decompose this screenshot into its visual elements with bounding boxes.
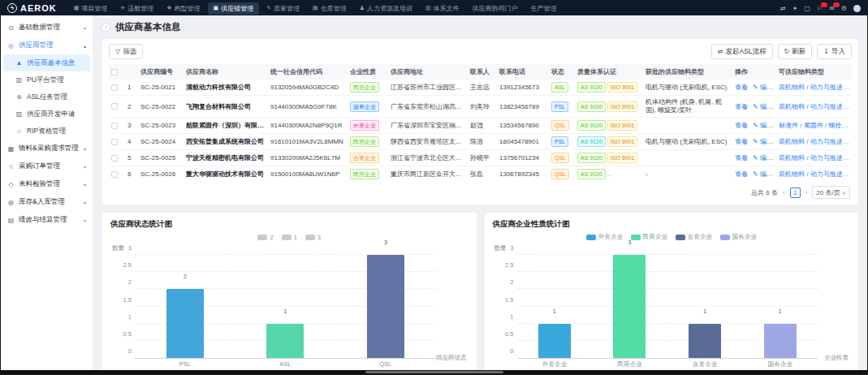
flow-icon: ⇄ (718, 48, 723, 55)
edit-link[interactable]: ✎ 编辑 (753, 122, 773, 129)
legend-item-合资企业[interactable]: 合资企业 (676, 233, 712, 241)
legend-item-3[interactable]: 3 (305, 234, 321, 241)
导入-button[interactable]: ↧导入 (817, 44, 852, 59)
action-button-label: 刷新 (792, 47, 805, 57)
bar-民营企业[interactable] (613, 255, 646, 358)
y-tick-label: 1 (112, 312, 132, 320)
cell-supply-materials[interactable]: 装机物料 / 动力与推进系统 / 螺旋桨/桨叶... (776, 96, 852, 118)
sidebar-item-库存&入库管理[interactable]: ◍库存&入库管理▾ (1, 193, 93, 211)
view-link[interactable]: 查看 (735, 103, 748, 110)
user-avatar[interactable] (853, 5, 861, 12)
cell-supply-materials[interactable]: 装机物料 / 动力与推进系统 / 电机与驱动 (无... (776, 166, 852, 183)
chart-icon: ▥ (15, 76, 23, 84)
row-checkbox[interactable] (111, 123, 118, 129)
nav-item-供应链管理[interactable]: ▣供应链管理 (208, 2, 260, 15)
nav-item-项目管理[interactable]: ▦项目管理 (68, 2, 114, 15)
row-checkbox[interactable] (111, 139, 118, 145)
sidebar-subitem-ASL任务管理[interactable]: ⊕ASL任务管理 (1, 88, 93, 106)
chart-card-0: 供应商状态统计图21300.511.522.53数量2PSL1ASL3QSL供应… (101, 212, 477, 372)
pen-icon: ✎ (266, 5, 271, 11)
cell-supply-materials[interactable]: 装机物料 / 动力与推进系统 / 电机与驱动 (无... (776, 150, 852, 166)
edit-link[interactable]: ✎ 编辑 (753, 170, 773, 178)
view-link[interactable]: 查看 (735, 138, 748, 145)
bar-合资企业[interactable] (689, 324, 721, 358)
home-icon: ⌂ (15, 127, 23, 135)
sidebar-subitem-RIP资格管理[interactable]: ⌂RIP资格管理 (1, 123, 93, 140)
row-checkbox[interactable] (111, 171, 118, 178)
y-tick-label: 0.5 (494, 330, 514, 337)
bell-icon[interactable]: ⚐ (817, 5, 823, 12)
cell-approved-materials: 电机与驱动 (无刷电机, ESC) (643, 80, 732, 96)
swap-icon[interactable]: ⇄ (780, 5, 786, 12)
logo-icon: ϟ (7, 3, 17, 13)
nav-item-label: 供应商协同门户 (473, 4, 518, 13)
发起ASL流程-button[interactable]: ⇄发起ASL流程 (711, 44, 773, 59)
cell-status: PSL (549, 134, 575, 150)
legend-item-民营企业[interactable]: 民营企业 (631, 233, 667, 241)
sidebar-item-物料&采购需求管理[interactable]: ▦物料&采购需求管理▾ (1, 140, 93, 157)
nav-item-人力资源及培训[interactable]: ♟人力资源及培训 (354, 2, 418, 15)
view-link[interactable]: 查看 (735, 170, 748, 178)
gear-icon[interactable]: ⚙ (841, 5, 847, 12)
edit-link[interactable]: ✎ 编辑 (753, 103, 773, 110)
select-all-checkbox[interactable] (111, 69, 118, 75)
sidebar-item-供应商管理[interactable]: ◎供应商管理▴ (1, 37, 93, 54)
nav-item-适航管理[interactable]: ✈适航管理 (114, 2, 159, 15)
bar-QSL[interactable] (367, 255, 404, 358)
sidebar-item-采购订单管理[interactable]: ☆采购订单管理▾ (1, 157, 93, 175)
bar-PSL[interactable] (166, 289, 204, 358)
view-link[interactable]: 查看 (735, 122, 748, 129)
sidebar-subitem-供应商基本信息[interactable]: ▲供应商基本信息 (3, 54, 90, 71)
cell-contact: 刘美玲 (468, 96, 497, 118)
x-tick-label: 合资企业 (693, 358, 717, 369)
cell-supply-materials[interactable]: 装机物料 / 动力与推进系统 / 电机与驱动 (无... (776, 80, 852, 96)
y-tick-label: 1.5 (494, 295, 514, 303)
nav-item-构型管理[interactable]: ❖构型管理 (161, 2, 205, 15)
nav-item-生产管理[interactable]: 生产管理 (525, 2, 563, 15)
edit-link[interactable]: ✎ 编辑 (753, 84, 773, 91)
legend-item-国有企业[interactable]: 国有企业 (720, 233, 757, 241)
pagination-prev-button[interactable]: ‹ (783, 189, 785, 196)
legend-item-2[interactable]: 2 (257, 234, 273, 241)
nav-item-体系文件[interactable]: ▥体系文件 (420, 2, 465, 15)
bar-国有企业[interactable] (764, 324, 797, 358)
page-size-select[interactable]: 20 条/页 ∨ (812, 186, 850, 199)
top-nav-menu: ▦项目管理✈适航管理❖构型管理▣供应链管理✎质量管理▤仓库管理♟人力资源及培训▥… (68, 2, 774, 15)
edit-link[interactable]: ✎ 编辑 (753, 154, 773, 162)
cell-supply-materials[interactable]: 标准件 / 紧固件 / 螺栓与螺钉 (航空级紧固... (776, 118, 852, 134)
nav-item-仓库管理[interactable]: ▤仓库管理 (307, 2, 352, 15)
legend-item-外资企业[interactable]: 外资企业 (586, 233, 623, 241)
nav-item-label: 人力资源及培训 (367, 4, 412, 13)
sidebar-item-基础数据管理[interactable]: ⊙基础数据管理▾ (1, 19, 93, 37)
cell-supply-materials[interactable]: 装机物料 / 动力与推进系统 / 电机与驱动 (无... (776, 134, 852, 150)
top-navbar: ϟ AEROK ▦项目管理✈适航管理❖构型管理▣供应链管理✎质量管理▤仓库管理♟… (1, 1, 867, 15)
nature-tag: 合资企业 (350, 153, 379, 163)
view-link[interactable]: 查看 (735, 84, 748, 91)
sidebar-subitem-PU平台管理[interactable]: ▥PU平台管理 (1, 71, 93, 88)
bar-ASL[interactable] (266, 324, 304, 358)
row-checkbox[interactable] (111, 103, 118, 110)
lab-icon[interactable]: ✦ (792, 5, 798, 12)
supplier-table: 供应商编号供应商名称统一社会信用代码企业性质供应商地址联系人联系电话状态质量体系… (109, 64, 852, 182)
filter-button[interactable]: ▽ 筛选 (109, 44, 143, 59)
scan-icon[interactable]: ▢ (804, 5, 810, 12)
sidebar-collapse-button[interactable]: ‹ (101, 23, 110, 32)
bar-外资企业[interactable] (538, 324, 571, 358)
row-checkbox[interactable] (111, 84, 118, 91)
nav-item-label: 质量管理 (274, 4, 300, 13)
sidebar-subitem-label: PU平台管理 (27, 75, 64, 85)
nav-item-供应商协同门户[interactable]: 供应商协同门户 (467, 2, 524, 15)
view-link[interactable]: 查看 (735, 154, 748, 162)
sidebar-item-绩效与结算管理[interactable]: ▤绩效与结算管理▾ (1, 211, 93, 229)
mail-icon[interactable]: ✉ (829, 5, 835, 12)
pagination-page-1[interactable]: 1 (790, 188, 801, 198)
pagination-next-button[interactable]: › (805, 189, 808, 196)
sidebar-item-来料检验管理[interactable]: ◇来料检验管理▾ (1, 175, 93, 193)
chart-plot: 00.511.522.53数量2PSL1ASL3QSL供应商状态 (135, 255, 436, 359)
legend-item-1[interactable]: 1 (282, 234, 297, 241)
edit-link[interactable]: ✎ 编辑 (753, 138, 773, 145)
刷新-button[interactable]: ↻刷新 (778, 44, 813, 59)
sidebar-subitem-供应商开发申请[interactable]: ▨供应商开发申请 (1, 106, 93, 123)
nav-item-质量管理[interactable]: ✎质量管理 (261, 2, 305, 15)
row-checkbox[interactable] (111, 155, 118, 162)
